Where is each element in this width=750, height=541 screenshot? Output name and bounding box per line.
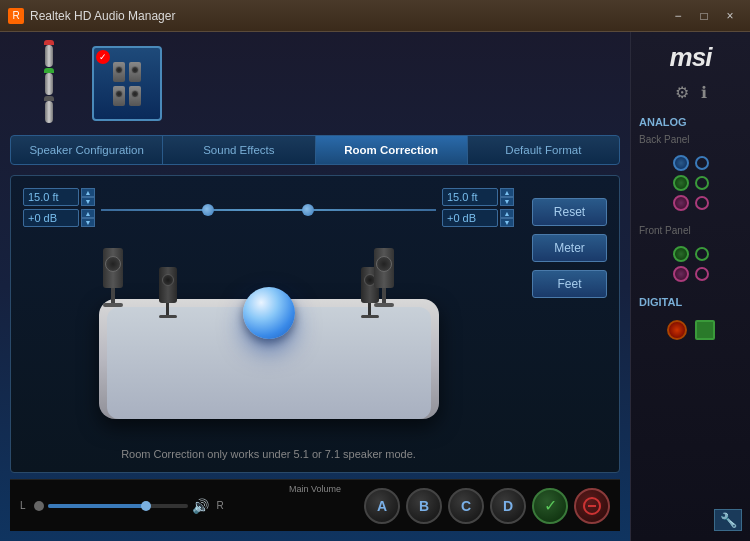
front-jack-green-filled[interactable] — [673, 246, 689, 262]
back-jack-row-3 — [673, 195, 709, 211]
front-jack-pink-filled[interactable] — [673, 266, 689, 282]
volume-fill — [48, 504, 146, 508]
title-bar: R Realtek HD Audio Manager − □ × — [0, 0, 750, 32]
msi-logo: msi — [670, 42, 712, 73]
right-distance-spinner: ▲ ▼ — [500, 188, 514, 206]
left-db-down[interactable]: ▼ — [81, 218, 95, 227]
right-distance-down[interactable]: ▼ — [500, 197, 514, 206]
right-panel: msi ⚙ ℹ ANALOG Back Panel — [630, 32, 750, 541]
volume-slider-left-icon — [34, 501, 44, 511]
r-label: R — [217, 500, 224, 511]
note-text: Room Correction only works under 5.1 or … — [23, 448, 514, 460]
volume-thumb[interactable] — [141, 501, 151, 511]
title-bar-text: Realtek HD Audio Manager — [30, 9, 175, 23]
check-button[interactable]: ✓ — [532, 488, 568, 524]
right-distance-input[interactable]: 15.0 ft — [442, 188, 498, 206]
info-icon[interactable]: ℹ — [701, 83, 707, 102]
left-db-input[interactable]: +0 dB — [23, 209, 79, 227]
back-jack-blue-filled[interactable] — [673, 155, 689, 171]
circle-buttons: A B C D ✓ — [364, 488, 610, 524]
reset-button[interactable]: Reset — [532, 198, 607, 226]
left-distance-input[interactable]: 15.0 ft — [23, 188, 79, 206]
room-main: 15.0 ft ▲ ▼ +0 dB ▲ — [23, 188, 514, 460]
front-jacks — [673, 246, 709, 282]
ball — [243, 287, 295, 339]
left-slider-thumb[interactable] — [202, 204, 214, 216]
right-db-input[interactable]: +0 dB — [442, 209, 498, 227]
volume-slider-container: 🔊 — [34, 498, 209, 514]
circle-btn-b[interactable]: B — [406, 488, 442, 524]
main-container: Speaker Configuration Sound Effects Room… — [0, 32, 750, 541]
digital-label: DIGITAL — [639, 296, 682, 308]
tab-sound-effects[interactable]: Sound Effects — [163, 136, 315, 164]
left-db-spinner: ▲ ▼ — [81, 209, 95, 227]
l-label: L — [20, 500, 26, 511]
meter-button[interactable]: Meter — [532, 234, 607, 262]
volume-slider-track[interactable] — [48, 504, 188, 508]
close-button[interactable]: × — [718, 6, 742, 26]
minimize-button[interactable]: − — [666, 6, 690, 26]
left-speaker — [103, 248, 123, 307]
circle-btn-d[interactable]: D — [490, 488, 526, 524]
settings-icon[interactable]: ⚙ — [675, 83, 689, 102]
back-jack-blue-outline[interactable] — [695, 156, 709, 170]
settings-info-row: ⚙ ℹ — [675, 83, 707, 102]
room-content: 15.0 ft ▲ ▼ +0 dB ▲ — [23, 188, 607, 460]
back-jack-green-outline[interactable] — [695, 176, 709, 190]
back-jack-row-1 — [673, 155, 709, 171]
maximize-button[interactable]: □ — [692, 6, 716, 26]
front-jack-pink-outline[interactable] — [695, 267, 709, 281]
tab-speaker-configuration[interactable]: Speaker Configuration — [11, 136, 163, 164]
back-jack-green-filled[interactable] — [673, 175, 689, 191]
left-distance-down[interactable]: ▼ — [81, 197, 95, 206]
main-volume-label: Main Volume — [289, 484, 341, 494]
device-row — [10, 42, 620, 125]
back-jack-pink-filled[interactable] — [673, 195, 689, 211]
cancel-icon — [583, 497, 601, 515]
feet-button[interactable]: Feet — [532, 270, 607, 298]
left-db-up[interactable]: ▲ — [81, 209, 95, 218]
front-jack-row-1 — [673, 246, 709, 262]
right-db-down[interactable]: ▼ — [500, 218, 514, 227]
tabs: Speaker Configuration Sound Effects Room… — [10, 135, 620, 165]
right-slider-thumb[interactable] — [302, 204, 314, 216]
right-db-up[interactable]: ▲ — [500, 209, 514, 218]
left-distance-spinner: ▲ ▼ — [81, 188, 95, 206]
analog-label: ANALOG — [639, 116, 687, 128]
digital-row — [667, 320, 715, 340]
title-bar-left: R Realtek HD Audio Manager — [8, 8, 175, 24]
back-jacks — [673, 155, 709, 211]
right-db-spinner: ▲ ▼ — [500, 209, 514, 227]
volume-icon: 🔊 — [192, 498, 209, 514]
back-jack-row-2 — [673, 175, 709, 191]
right-buttons: Reset Meter Feet — [532, 198, 607, 460]
left-distance-up[interactable]: ▲ — [81, 188, 95, 197]
back-panel-label: Back Panel — [639, 134, 690, 145]
speaker-device[interactable] — [92, 46, 162, 121]
tab-room-correction[interactable]: Room Correction — [316, 136, 468, 164]
app-icon: R — [8, 8, 24, 24]
front-panel-label: Front Panel — [639, 225, 691, 236]
content-area: 15.0 ft ▲ ▼ +0 dB ▲ — [10, 175, 620, 473]
platform-left-speaker — [159, 267, 177, 318]
right-distance-up[interactable]: ▲ — [500, 188, 514, 197]
tab-default-format[interactable]: Default Format — [468, 136, 619, 164]
digital-circle-jack[interactable] — [667, 320, 687, 340]
front-jack-row-2 — [673, 266, 709, 282]
front-jack-green-outline[interactable] — [695, 247, 709, 261]
left-panel: Speaker Configuration Sound Effects Room… — [0, 32, 630, 541]
x-button[interactable] — [574, 488, 610, 524]
right-speaker — [374, 248, 394, 307]
analog-jacks-device[interactable] — [14, 49, 84, 119]
digital-square-jack[interactable] — [695, 320, 715, 340]
back-jack-pink-outline[interactable] — [695, 196, 709, 210]
title-bar-controls: − □ × — [666, 6, 742, 26]
wrench-button[interactable]: 🔧 — [714, 509, 742, 531]
circle-btn-c[interactable]: C — [448, 488, 484, 524]
circle-btn-a[interactable]: A — [364, 488, 400, 524]
